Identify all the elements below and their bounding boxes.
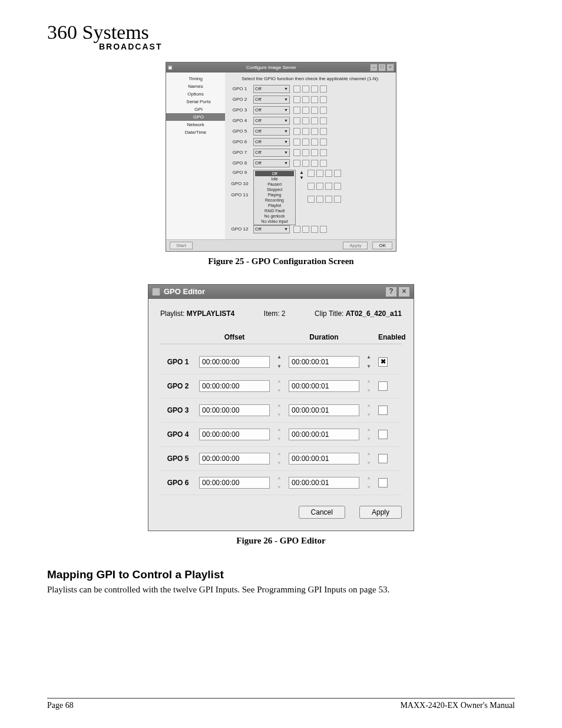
gpo-function-listbox[interactable]: OffIdlePausedStoppedPlayingRecordingPlay…: [253, 170, 296, 225]
enabled-checkbox[interactable]: [378, 430, 388, 439]
spinner-down-icon[interactable]: ▼: [363, 461, 375, 466]
channel-checkboxes[interactable]: [293, 226, 327, 233]
offset-spinner[interactable]: ▲▼: [273, 452, 285, 466]
spinner-down-icon[interactable]: ▼: [273, 461, 285, 466]
enabled-checkbox[interactable]: [378, 478, 388, 487]
duration-spinner[interactable]: ▲▼: [363, 427, 375, 442]
enabled-checkbox[interactable]: ✖: [378, 357, 388, 367]
sidebar-item-date-time[interactable]: Date/Time: [166, 129, 225, 136]
gpo-function-select[interactable]: Off▼: [253, 95, 290, 104]
chevron-down-icon: ▼: [284, 140, 288, 144]
spinner-up-icon[interactable]: ▲: [363, 452, 375, 456]
spinner-down-icon[interactable]: ▼: [363, 485, 375, 490]
duration-input[interactable]: [289, 356, 359, 368]
spinner-up-icon[interactable]: ▲: [273, 403, 285, 408]
spinner-down-icon[interactable]: ▼: [273, 388, 285, 393]
enabled-checkbox[interactable]: [378, 381, 388, 391]
spinner-up-icon[interactable]: ▲: [363, 427, 375, 432]
offset-spinner[interactable]: ▲▼: [273, 476, 285, 490]
spinner-down-icon[interactable]: ▼: [273, 413, 285, 417]
spinner-up-icon[interactable]: ▲: [273, 379, 285, 384]
gpo-function-select[interactable]: Off▼: [253, 117, 290, 125]
minimize-icon[interactable]: –: [370, 64, 378, 71]
spinner-up-icon[interactable]: ▲: [363, 403, 375, 408]
gpo-function-select[interactable]: Off▼: [253, 159, 290, 167]
start-button[interactable]: Start: [170, 242, 193, 249]
gpo-function-select[interactable]: Off▼: [253, 138, 290, 146]
sidebar-item-gpi[interactable]: GPI: [166, 106, 225, 113]
duration-spinner[interactable]: ▲▼: [363, 403, 375, 417]
maximize-icon[interactable]: □: [378, 64, 386, 71]
duration-spinner[interactable]: ▲▼: [363, 452, 375, 466]
channel-checkboxes[interactable]: [308, 196, 341, 203]
offset-input[interactable]: [199, 404, 270, 416]
duration-spinner[interactable]: ▲▼: [363, 476, 375, 490]
spinner-down-icon[interactable]: ▼: [363, 364, 375, 369]
sidebar-item-names[interactable]: Names: [166, 83, 225, 90]
offset-spinner[interactable]: ▲▼: [273, 379, 285, 393]
duration-input[interactable]: [289, 404, 359, 416]
channel-checkboxes[interactable]: [293, 107, 327, 114]
enabled-checkbox[interactable]: [378, 454, 388, 463]
gpo-label: GPO 2: [230, 97, 250, 102]
spinner-down-icon[interactable]: ▼: [273, 364, 285, 369]
offset-spinner[interactable]: ▲▼: [273, 355, 285, 369]
offset-spinner[interactable]: ▲▼: [273, 427, 285, 442]
channel-checkboxes[interactable]: [293, 117, 327, 124]
ok-button[interactable]: OK: [372, 242, 392, 249]
spinner-up-icon[interactable]: ▲: [363, 379, 375, 384]
close-icon[interactable]: ×: [398, 286, 410, 297]
duration-input[interactable]: [289, 380, 359, 392]
apply-button-editor[interactable]: Apply: [359, 506, 402, 519]
duration-input[interactable]: [289, 477, 359, 489]
apply-button-config[interactable]: Apply: [343, 242, 368, 249]
offset-spinner[interactable]: ▲▼: [273, 403, 285, 417]
channel-checkboxes[interactable]: [293, 128, 327, 135]
offset-input[interactable]: [199, 356, 270, 368]
spinner-up-icon[interactable]: ▲: [363, 476, 375, 480]
spinner-up-icon[interactable]: ▲: [363, 355, 375, 360]
spinner-up-icon[interactable]: ▲: [273, 427, 285, 432]
enabled-checkbox[interactable]: [378, 406, 388, 415]
sidebar-item-options[interactable]: Options: [166, 90, 225, 98]
sidebar-item-serial-ports[interactable]: Serial Ports: [166, 98, 225, 106]
gpo-function-select[interactable]: Off▼: [253, 106, 290, 114]
cancel-button[interactable]: Cancel: [299, 506, 345, 519]
scroll-down-icon[interactable]: ▼: [299, 175, 304, 180]
gpo-function-select[interactable]: Off▼: [253, 225, 290, 233]
sidebar-item-gpo[interactable]: GPO: [166, 113, 225, 121]
offset-input[interactable]: [199, 477, 270, 489]
section-body: Playlists can be controlled with the twe…: [47, 584, 515, 595]
spinner-down-icon[interactable]: ▼: [363, 413, 375, 417]
duration-spinner[interactable]: ▲▼: [363, 355, 375, 369]
close-icon[interactable]: ×: [386, 64, 394, 71]
channel-checkboxes[interactable]: [293, 96, 327, 103]
channel-checkboxes[interactable]: [293, 139, 327, 146]
offset-input[interactable]: [199, 453, 270, 465]
channel-checkboxes[interactable]: [293, 85, 327, 93]
spinner-down-icon[interactable]: ▼: [273, 437, 285, 442]
spinner-down-icon[interactable]: ▼: [363, 437, 375, 442]
sidebar-item-timing[interactable]: Timing: [166, 75, 225, 83]
gpo-function-select[interactable]: Off▼: [253, 127, 290, 136]
channel-checkboxes[interactable]: [293, 149, 327, 156]
spinner-up-icon[interactable]: ▲: [273, 452, 285, 456]
scroll-up-icon[interactable]: ▲: [299, 170, 304, 175]
gpo-function-select[interactable]: Off▼: [253, 149, 290, 157]
channel-checkboxes[interactable]: [293, 160, 327, 167]
help-icon[interactable]: ?: [385, 286, 397, 297]
offset-input[interactable]: [199, 429, 270, 440]
duration-input[interactable]: [289, 429, 359, 440]
gpo-function-select[interactable]: Off▼: [253, 85, 290, 93]
channel-checkboxes[interactable]: [308, 170, 341, 177]
spinner-up-icon[interactable]: ▲: [273, 355, 285, 360]
duration-input[interactable]: [289, 453, 359, 465]
duration-spinner[interactable]: ▲▼: [363, 379, 375, 393]
spinner-down-icon[interactable]: ▼: [273, 485, 285, 490]
channel-checkboxes[interactable]: [308, 183, 341, 190]
sidebar-item-network[interactable]: Network: [166, 121, 225, 129]
gpo-editor-row: GPO 1▲▼▲▼✖: [160, 350, 402, 374]
spinner-up-icon[interactable]: ▲: [273, 476, 285, 480]
spinner-down-icon[interactable]: ▼: [363, 388, 375, 393]
offset-input[interactable]: [199, 380, 270, 392]
